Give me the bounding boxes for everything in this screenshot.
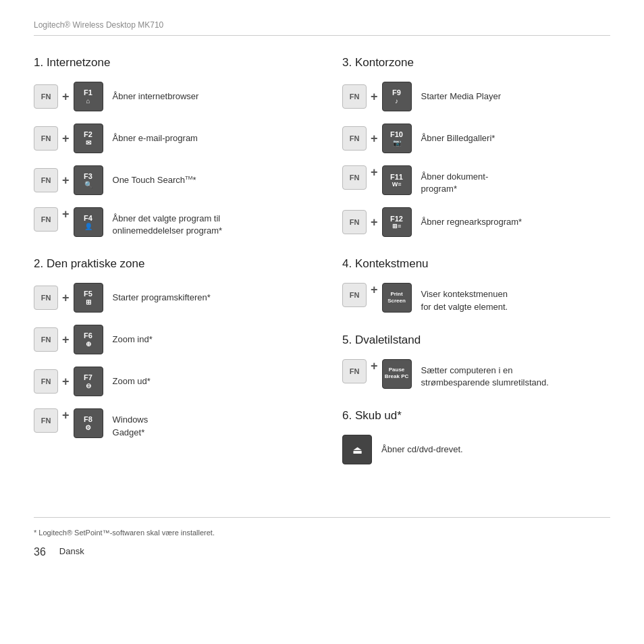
section-kontorzone: 3. Kontorzone FN + F9♪ Starter Media Pla… bbox=[342, 56, 610, 237]
section6-title: 6. Skub ud* bbox=[342, 409, 610, 423]
section-internetzone: 1. Internetzone FN + F1⌂ Åbner internetb… bbox=[34, 56, 302, 237]
f1-desc: Åbner internetbrowser bbox=[113, 90, 199, 103]
section2-title: 2. Den praktiske zone bbox=[34, 257, 302, 271]
row-f9: FN + F9♪ Starter Media Player bbox=[342, 82, 610, 111]
plus-icon: + bbox=[62, 90, 70, 104]
fn-key: FN bbox=[34, 327, 58, 352]
fn-key: FN bbox=[34, 126, 58, 151]
f7-desc: Zoom ud* bbox=[113, 375, 151, 387]
f7-key: F7⊖ bbox=[74, 367, 103, 396]
f4-key: F4👤 bbox=[74, 207, 103, 237]
page-num: 36 bbox=[34, 546, 46, 558]
section1-title: 1. Internetzone bbox=[34, 56, 302, 70]
footer-text: * Logitech® SetPoint™-softwaren skal vær… bbox=[34, 529, 215, 537]
f3-key: F3🔍 bbox=[74, 165, 103, 195]
printscreen-key: PrintScreen bbox=[382, 283, 412, 313]
section-dvale: 5. Dvaletilstand FN + PauseBreak PC Sætt… bbox=[342, 333, 610, 389]
f4-desc: Åbner det valgte program tilonlinemeddel… bbox=[113, 207, 223, 237]
pausebreak-key: PauseBreak PC bbox=[382, 359, 412, 389]
plus-icon: + bbox=[62, 173, 70, 188]
fn-key: FN bbox=[342, 165, 367, 190]
plus-icon: + bbox=[62, 207, 70, 221]
plus-icon: + bbox=[371, 132, 378, 146]
plus-icon: + bbox=[371, 283, 378, 297]
plus-icon: + bbox=[62, 291, 70, 305]
fn-key: FN bbox=[342, 84, 367, 109]
row-pausebreak: FN + PauseBreak PC Sætter computeren i e… bbox=[342, 359, 610, 389]
row-f6: FN + F6⊕ Zoom ind* bbox=[34, 325, 302, 354]
plus-icon: + bbox=[62, 408, 70, 423]
fn-key: FN bbox=[342, 210, 367, 234]
eject-key: ⏏ bbox=[342, 435, 372, 464]
row-eject: ⏏ Åbner cd/dvd-drevet. bbox=[342, 435, 610, 464]
row-f1: FN + F1⌂ Åbner internetbrowser bbox=[34, 82, 302, 111]
left-column: 1. Internetzone FN + F1⌂ Åbner internetb… bbox=[34, 56, 322, 477]
plus-icon: + bbox=[62, 132, 70, 146]
right-column: 3. Kontorzone FN + F9♪ Starter Media Pla… bbox=[322, 56, 610, 477]
f6-desc: Zoom ind* bbox=[113, 333, 153, 346]
row-f8: FN + F8⚙ WindowsGadget* bbox=[34, 408, 302, 438]
fn-key: FN bbox=[34, 84, 58, 109]
fn-key: FN bbox=[342, 283, 367, 307]
f5-desc: Starter programskifteren* bbox=[113, 292, 211, 304]
f6-key: F6⊕ bbox=[74, 325, 103, 354]
f9-desc: Starter Media Player bbox=[421, 90, 502, 103]
plus-icon: + bbox=[62, 375, 70, 389]
f9-key: F9♪ bbox=[382, 82, 412, 111]
page: Logitech® Wireless Desktop MK710 1. Inte… bbox=[0, 0, 644, 644]
row-f12: FN + F12⊞≡ Åbner regnearksprogram* bbox=[342, 207, 610, 237]
row-f10: FN + F10📷 Åbner Billedgalleri* bbox=[342, 124, 610, 153]
f2-desc: Åbner e-mail-program bbox=[113, 132, 198, 144]
f2-key: F2✉ bbox=[74, 124, 103, 153]
f5-key: F5⊞ bbox=[74, 283, 103, 313]
section4-title: 4. Kontekstmenu bbox=[342, 257, 610, 271]
f10-key: F10📷 bbox=[382, 124, 412, 153]
f8-key: F8⚙ bbox=[74, 408, 103, 438]
f8-desc: WindowsGadget* bbox=[113, 408, 149, 438]
fn-key: FN bbox=[34, 408, 58, 433]
f12-desc: Åbner regnearksprogram* bbox=[421, 216, 522, 228]
page-number-area: 36 Dansk bbox=[34, 546, 610, 558]
f3-desc: One Touch SearchTM* bbox=[113, 174, 196, 187]
f1-key: F1⌂ bbox=[74, 82, 103, 111]
header: Logitech® Wireless Desktop MK710 bbox=[34, 20, 610, 36]
plus-icon: + bbox=[371, 165, 378, 180]
main-content: 1. Internetzone FN + F1⌂ Åbner internetb… bbox=[34, 56, 610, 477]
row-f7: FN + F7⊖ Zoom ud* bbox=[34, 367, 302, 396]
row-f2: FN + F2✉ Åbner e-mail-program bbox=[34, 124, 302, 153]
row-f3: FN + F3🔍 One Touch SearchTM* bbox=[34, 165, 302, 195]
fn-key: FN bbox=[34, 369, 58, 394]
language-label: Dansk bbox=[59, 546, 84, 558]
plus-icon: + bbox=[62, 333, 70, 347]
row-f4: FN + F4👤 Åbner det valgte program tilonl… bbox=[34, 207, 302, 237]
f10-desc: Åbner Billedgalleri* bbox=[421, 132, 495, 144]
fn-key: FN bbox=[342, 126, 367, 151]
fn-key: FN bbox=[342, 359, 367, 383]
section-praktiske: 2. Den praktiske zone FN + F5⊞ Starter p… bbox=[34, 257, 302, 438]
header-title: Logitech® Wireless Desktop MK710 bbox=[34, 20, 163, 30]
plus-icon: + bbox=[371, 90, 378, 104]
eject-desc: Åbner cd/dvd-drevet. bbox=[381, 444, 463, 456]
f11-desc: Åbner dokument-program* bbox=[421, 165, 489, 195]
section-kontekstmenu: 4. Kontekstmenu FN + PrintScreen Viser k… bbox=[342, 257, 610, 313]
f12-key: F12⊞≡ bbox=[382, 207, 412, 237]
footer-note: * Logitech® SetPoint™-softwaren skal vær… bbox=[34, 517, 610, 537]
fn-key: FN bbox=[34, 207, 58, 232]
f11-key: F11W≡ bbox=[382, 165, 412, 195]
pausebreak-desc: Sætter computeren i enstrømbesparende sl… bbox=[421, 359, 549, 389]
fn-key: FN bbox=[34, 286, 58, 310]
section5-title: 5. Dvaletilstand bbox=[342, 333, 610, 347]
section-skubud: 6. Skub ud* ⏏ Åbner cd/dvd-drevet. bbox=[342, 409, 610, 464]
row-f11: FN + F11W≡ Åbner dokument-program* bbox=[342, 165, 610, 195]
section3-title: 3. Kontorzone bbox=[342, 56, 610, 70]
plus-icon: + bbox=[371, 215, 378, 230]
printscreen-desc: Viser kontekstmenuenfor det valgte eleme… bbox=[421, 283, 508, 313]
plus-icon: + bbox=[371, 359, 378, 373]
row-printscreen: FN + PrintScreen Viser kontekstmenuenfor… bbox=[342, 283, 610, 313]
fn-key: FN bbox=[34, 168, 58, 192]
row-f5: FN + F5⊞ Starter programskifteren* bbox=[34, 283, 302, 313]
